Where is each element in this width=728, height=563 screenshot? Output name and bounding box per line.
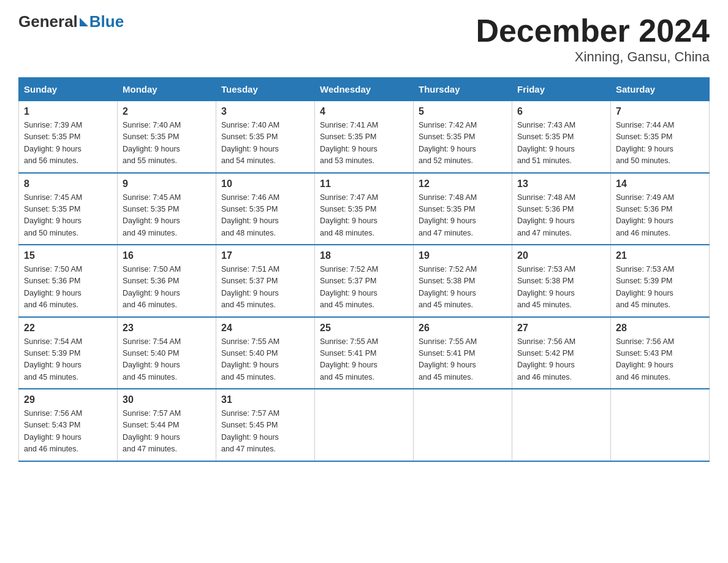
day-info: Sunrise: 7:45 AM Sunset: 5:35 PM Dayligh… xyxy=(123,192,211,240)
calendar-subtitle: Xinning, Gansu, China xyxy=(476,49,710,65)
day-number: 10 xyxy=(221,178,309,190)
day-cell: 20 Sunrise: 7:53 AM Sunset: 5:38 PM Dayl… xyxy=(512,245,611,317)
day-info: Sunrise: 7:40 AM Sunset: 5:35 PM Dayligh… xyxy=(221,120,309,167)
day-info: Sunrise: 7:47 AM Sunset: 5:35 PM Dayligh… xyxy=(320,192,408,240)
day-info: Sunrise: 7:53 AM Sunset: 5:39 PM Dayligh… xyxy=(616,264,704,312)
day-info: Sunrise: 7:46 AM Sunset: 5:35 PM Dayligh… xyxy=(221,192,309,240)
day-header-saturday: Saturday xyxy=(611,78,710,101)
calendar-table: SundayMondayTuesdayWednesdayThursdayFrid… xyxy=(18,77,710,462)
day-cell: 15 Sunrise: 7:50 AM Sunset: 5:36 PM Dayl… xyxy=(19,245,118,317)
day-number: 5 xyxy=(419,106,507,117)
day-cell: 2 Sunrise: 7:40 AM Sunset: 5:35 PM Dayli… xyxy=(118,101,216,173)
day-cell: 13 Sunrise: 7:48 AM Sunset: 5:36 PM Dayl… xyxy=(512,173,611,245)
day-cell: 7 Sunrise: 7:44 AM Sunset: 5:35 PM Dayli… xyxy=(611,101,710,173)
day-cell: 23 Sunrise: 7:54 AM Sunset: 5:40 PM Dayl… xyxy=(118,317,216,389)
day-cell: 1 Sunrise: 7:39 AM Sunset: 5:35 PM Dayli… xyxy=(19,101,118,173)
calendar-header-row: SundayMondayTuesdayWednesdayThursdayFrid… xyxy=(19,78,710,101)
day-cell: 30 Sunrise: 7:57 AM Sunset: 5:44 PM Dayl… xyxy=(118,389,216,461)
day-info: Sunrise: 7:43 AM Sunset: 5:35 PM Dayligh… xyxy=(517,120,605,167)
day-info: Sunrise: 7:39 AM Sunset: 5:35 PM Dayligh… xyxy=(24,120,112,167)
logo: General Blue xyxy=(18,12,124,31)
day-header-wednesday: Wednesday xyxy=(315,78,414,101)
day-number: 14 xyxy=(616,178,704,190)
day-number: 27 xyxy=(517,323,605,334)
day-cell: 16 Sunrise: 7:50 AM Sunset: 5:36 PM Dayl… xyxy=(118,245,216,317)
day-number: 30 xyxy=(123,394,211,405)
day-info: Sunrise: 7:48 AM Sunset: 5:36 PM Dayligh… xyxy=(517,192,605,240)
week-row-5: 29 Sunrise: 7:56 AM Sunset: 5:43 PM Dayl… xyxy=(19,389,710,461)
day-number: 1 xyxy=(24,106,112,117)
day-cell: 24 Sunrise: 7:55 AM Sunset: 5:40 PM Dayl… xyxy=(216,317,315,389)
page-header: General Blue December 2024 Xinning, Gans… xyxy=(18,12,710,65)
day-number: 21 xyxy=(616,250,704,261)
day-cell: 21 Sunrise: 7:53 AM Sunset: 5:39 PM Dayl… xyxy=(611,245,710,317)
logo-triangle-icon xyxy=(80,18,88,26)
day-info: Sunrise: 7:44 AM Sunset: 5:35 PM Dayligh… xyxy=(616,120,704,167)
day-info: Sunrise: 7:48 AM Sunset: 5:35 PM Dayligh… xyxy=(419,192,507,240)
day-number: 9 xyxy=(123,178,211,190)
calendar-title: December 2024 xyxy=(476,12,710,49)
day-info: Sunrise: 7:54 AM Sunset: 5:39 PM Dayligh… xyxy=(24,336,112,384)
day-number: 4 xyxy=(320,106,408,117)
day-cell: 11 Sunrise: 7:47 AM Sunset: 5:35 PM Dayl… xyxy=(315,173,414,245)
day-info: Sunrise: 7:50 AM Sunset: 5:36 PM Dayligh… xyxy=(24,264,112,312)
day-info: Sunrise: 7:56 AM Sunset: 5:43 PM Dayligh… xyxy=(24,408,112,456)
day-cell xyxy=(414,389,512,461)
day-cell: 27 Sunrise: 7:56 AM Sunset: 5:42 PM Dayl… xyxy=(512,317,611,389)
day-info: Sunrise: 7:56 AM Sunset: 5:42 PM Dayligh… xyxy=(517,336,605,384)
day-info: Sunrise: 7:51 AM Sunset: 5:37 PM Dayligh… xyxy=(221,264,309,312)
day-cell: 3 Sunrise: 7:40 AM Sunset: 5:35 PM Dayli… xyxy=(216,101,315,173)
day-cell: 14 Sunrise: 7:49 AM Sunset: 5:36 PM Dayl… xyxy=(611,173,710,245)
day-number: 2 xyxy=(123,106,211,117)
day-info: Sunrise: 7:52 AM Sunset: 5:37 PM Dayligh… xyxy=(320,264,408,312)
day-number: 17 xyxy=(221,250,309,261)
day-number: 3 xyxy=(221,106,309,117)
day-info: Sunrise: 7:53 AM Sunset: 5:38 PM Dayligh… xyxy=(517,264,605,312)
day-cell: 10 Sunrise: 7:46 AM Sunset: 5:35 PM Dayl… xyxy=(216,173,315,245)
day-number: 23 xyxy=(123,323,211,334)
day-number: 11 xyxy=(320,178,408,190)
day-info: Sunrise: 7:57 AM Sunset: 5:44 PM Dayligh… xyxy=(123,408,211,456)
day-info: Sunrise: 7:40 AM Sunset: 5:35 PM Dayligh… xyxy=(123,120,211,167)
logo-general-text: General xyxy=(18,12,78,31)
day-cell: 5 Sunrise: 7:42 AM Sunset: 5:35 PM Dayli… xyxy=(414,101,512,173)
day-info: Sunrise: 7:55 AM Sunset: 5:40 PM Dayligh… xyxy=(221,336,309,384)
day-info: Sunrise: 7:57 AM Sunset: 5:45 PM Dayligh… xyxy=(221,408,309,456)
day-header-tuesday: Tuesday xyxy=(216,78,315,101)
day-number: 25 xyxy=(320,323,408,334)
day-info: Sunrise: 7:55 AM Sunset: 5:41 PM Dayligh… xyxy=(320,336,408,384)
day-cell: 29 Sunrise: 7:56 AM Sunset: 5:43 PM Dayl… xyxy=(19,389,118,461)
day-number: 7 xyxy=(616,106,704,117)
day-cell xyxy=(512,389,611,461)
day-header-sunday: Sunday xyxy=(19,78,118,101)
week-row-4: 22 Sunrise: 7:54 AM Sunset: 5:39 PM Dayl… xyxy=(19,317,710,389)
day-cell: 26 Sunrise: 7:55 AM Sunset: 5:41 PM Dayl… xyxy=(414,317,512,389)
day-cell: 19 Sunrise: 7:52 AM Sunset: 5:38 PM Dayl… xyxy=(414,245,512,317)
day-info: Sunrise: 7:41 AM Sunset: 5:35 PM Dayligh… xyxy=(320,120,408,167)
day-cell: 12 Sunrise: 7:48 AM Sunset: 5:35 PM Dayl… xyxy=(414,173,512,245)
day-number: 22 xyxy=(24,323,112,334)
day-cell: 8 Sunrise: 7:45 AM Sunset: 5:35 PM Dayli… xyxy=(19,173,118,245)
day-number: 13 xyxy=(517,178,605,190)
day-cell: 25 Sunrise: 7:55 AM Sunset: 5:41 PM Dayl… xyxy=(315,317,414,389)
day-info: Sunrise: 7:55 AM Sunset: 5:41 PM Dayligh… xyxy=(419,336,507,384)
day-cell: 9 Sunrise: 7:45 AM Sunset: 5:35 PM Dayli… xyxy=(118,173,216,245)
day-cell: 31 Sunrise: 7:57 AM Sunset: 5:45 PM Dayl… xyxy=(216,389,315,461)
day-info: Sunrise: 7:54 AM Sunset: 5:40 PM Dayligh… xyxy=(123,336,211,384)
day-cell xyxy=(315,389,414,461)
day-info: Sunrise: 7:49 AM Sunset: 5:36 PM Dayligh… xyxy=(616,192,704,240)
day-number: 15 xyxy=(24,250,112,261)
day-info: Sunrise: 7:56 AM Sunset: 5:43 PM Dayligh… xyxy=(616,336,704,384)
day-cell: 28 Sunrise: 7:56 AM Sunset: 5:43 PM Dayl… xyxy=(611,317,710,389)
day-info: Sunrise: 7:42 AM Sunset: 5:35 PM Dayligh… xyxy=(419,120,507,167)
day-header-monday: Monday xyxy=(118,78,216,101)
day-cell: 6 Sunrise: 7:43 AM Sunset: 5:35 PM Dayli… xyxy=(512,101,611,173)
week-row-2: 8 Sunrise: 7:45 AM Sunset: 5:35 PM Dayli… xyxy=(19,173,710,245)
day-number: 6 xyxy=(517,106,605,117)
day-info: Sunrise: 7:50 AM Sunset: 5:36 PM Dayligh… xyxy=(123,264,211,312)
day-info: Sunrise: 7:52 AM Sunset: 5:38 PM Dayligh… xyxy=(419,264,507,312)
week-row-1: 1 Sunrise: 7:39 AM Sunset: 5:35 PM Dayli… xyxy=(19,101,710,173)
day-number: 31 xyxy=(221,394,309,405)
day-info: Sunrise: 7:45 AM Sunset: 5:35 PM Dayligh… xyxy=(24,192,112,240)
day-number: 26 xyxy=(419,323,507,334)
